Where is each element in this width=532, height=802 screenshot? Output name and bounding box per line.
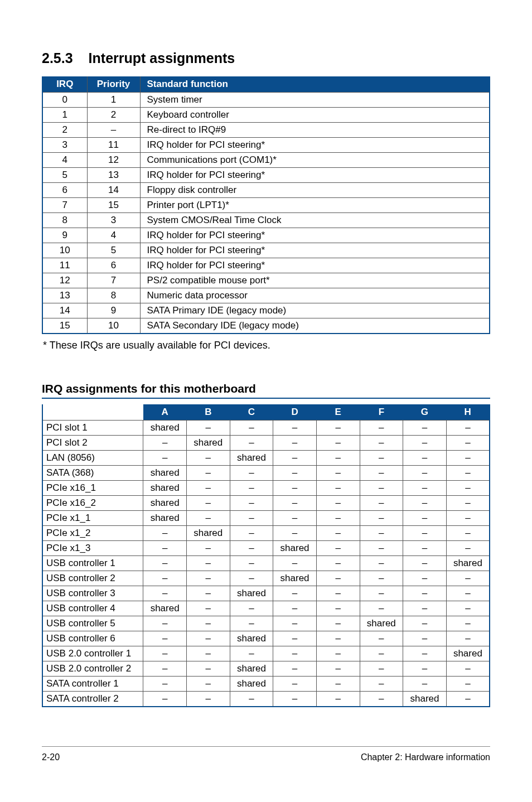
cell-value: – xyxy=(446,421,490,436)
cell-value: – xyxy=(360,436,403,451)
cell-value: – xyxy=(316,511,360,526)
table-row: PCIe x1_2–shared–––––– xyxy=(42,526,490,541)
cell-value: – xyxy=(316,601,360,616)
cell-value: – xyxy=(403,661,447,677)
cell-priority: 7 xyxy=(87,273,140,288)
cell-value: – xyxy=(143,586,187,601)
table-row: 614Floppy disk controller xyxy=(42,183,490,198)
cell-value: – xyxy=(273,451,317,466)
cell-value: – xyxy=(186,692,230,707)
cell-value: – xyxy=(360,601,403,616)
cell-irq: 11 xyxy=(42,258,87,273)
cell-value: – xyxy=(316,556,360,571)
cell-value: – xyxy=(316,631,360,646)
table-row: 127PS/2 compatible mouse port* xyxy=(42,273,490,288)
cell-device: USB controller 6 xyxy=(42,631,143,646)
cell-value: – xyxy=(360,677,403,692)
cell-value: – xyxy=(230,646,273,661)
cell-value: – xyxy=(446,436,490,451)
cell-value: – xyxy=(186,661,230,677)
cell-value: – xyxy=(316,586,360,601)
cell-value: – xyxy=(273,556,317,571)
cell-value: – xyxy=(273,481,317,496)
table-row: PCI slot 2–shared–––––– xyxy=(42,436,490,451)
cell-device: USB controller 4 xyxy=(42,601,143,616)
cell-value: – xyxy=(403,677,447,692)
cell-priority: 13 xyxy=(87,168,140,183)
cell-value: – xyxy=(446,601,490,616)
cell-value: – xyxy=(273,646,317,661)
cell-irq: 6 xyxy=(42,183,87,198)
cell-value: – xyxy=(230,496,273,511)
cell-value: – xyxy=(446,481,490,496)
cell-device: PCIe x16_2 xyxy=(42,496,143,511)
cell-value: – xyxy=(316,616,360,631)
table-row: PCIe x1_3–––shared–––– xyxy=(42,541,490,556)
cell-value: shared xyxy=(143,466,187,481)
cell-value: – xyxy=(403,481,447,496)
cell-value: – xyxy=(446,692,490,707)
cell-value: – xyxy=(143,526,187,541)
cell-value: – xyxy=(143,631,187,646)
cell-value: – xyxy=(403,451,447,466)
cell-function: Printer port (LPT1)* xyxy=(140,198,490,213)
cell-function: IRQ holder for PCI steering* xyxy=(140,243,490,258)
cell-value: – xyxy=(360,511,403,526)
table-row: USB 2.0 controller 2––shared––––– xyxy=(42,661,490,677)
cell-value: – xyxy=(316,661,360,677)
cell-value: shared xyxy=(186,526,230,541)
cell-function: Re-direct to IRQ#9 xyxy=(140,123,490,138)
cell-device: USB 2.0 controller 2 xyxy=(42,661,143,677)
cell-value: – xyxy=(446,571,490,586)
cell-function: IRQ holder for PCI steering* xyxy=(140,228,490,243)
table-row: LAN (8056)––shared––––– xyxy=(42,451,490,466)
cell-value: – xyxy=(316,436,360,451)
cell-value: – xyxy=(360,481,403,496)
table-row: 1510SATA Secondary IDE (legacy mode) xyxy=(42,318,490,334)
cell-value: – xyxy=(403,541,447,556)
cell-irq: 3 xyxy=(42,138,87,153)
cell-function: IRQ holder for PCI steering* xyxy=(140,138,490,153)
cell-function: PS/2 compatible mouse port* xyxy=(140,273,490,288)
cell-value: – xyxy=(403,571,447,586)
cell-value: – xyxy=(360,631,403,646)
cell-value: – xyxy=(230,556,273,571)
cell-value: shared xyxy=(230,677,273,692)
table-row: 412Communications port (COM1)* xyxy=(42,153,490,168)
col-header-g: G xyxy=(403,404,447,421)
col-header-blank xyxy=(42,404,143,421)
cell-value: – xyxy=(446,616,490,631)
cell-device: LAN (8056) xyxy=(42,451,143,466)
cell-value: – xyxy=(186,631,230,646)
cell-value: – xyxy=(230,526,273,541)
cell-value: – xyxy=(360,556,403,571)
cell-device: USB controller 2 xyxy=(42,571,143,586)
table-row: PCIe x1_1shared––––––– xyxy=(42,511,490,526)
cell-value: shared xyxy=(143,421,187,436)
cell-value: – xyxy=(143,661,187,677)
cell-value: shared xyxy=(143,481,187,496)
cell-irq: 9 xyxy=(42,228,87,243)
cell-value: – xyxy=(273,466,317,481)
table-row: PCIe x16_1shared––––––– xyxy=(42,481,490,496)
cell-value: – xyxy=(230,436,273,451)
cell-value: – xyxy=(143,646,187,661)
cell-value: – xyxy=(316,451,360,466)
cell-priority: 15 xyxy=(87,198,140,213)
cell-function: Numeric data processor xyxy=(140,288,490,303)
irq-motherboard-table: A B C D E F G H PCI slot 1shared–––––––P… xyxy=(42,404,490,707)
col-header-b: B xyxy=(186,404,230,421)
cell-function: System CMOS/Real Time Clock xyxy=(140,213,490,228)
cell-value: – xyxy=(316,646,360,661)
cell-device: SATA (368) xyxy=(42,466,143,481)
cell-device: PCIe x1_1 xyxy=(42,511,143,526)
cell-value: – xyxy=(446,496,490,511)
cell-priority: 5 xyxy=(87,243,140,258)
cell-irq: 12 xyxy=(42,273,87,288)
table-row: SATA (368)shared––––––– xyxy=(42,466,490,481)
cell-function: IRQ holder for PCI steering* xyxy=(140,258,490,273)
cell-priority: 3 xyxy=(87,213,140,228)
cell-function: System timer xyxy=(140,93,490,108)
cell-device: PCI slot 2 xyxy=(42,436,143,451)
cell-priority: 2 xyxy=(87,108,140,123)
